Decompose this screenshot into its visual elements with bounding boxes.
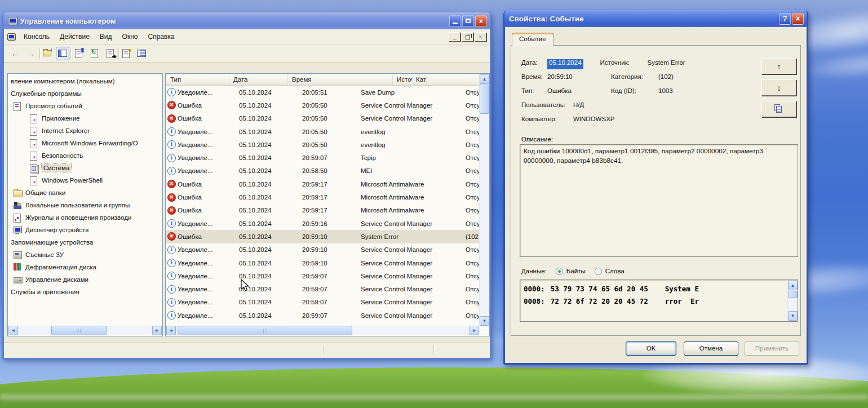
- tree-item[interactable]: Дефрагментация диска: [9, 261, 161, 273]
- previous-event-button[interactable]: ↑: [761, 58, 796, 74]
- column-header[interactable]: Кат: [412, 74, 427, 85]
- bytes-radio[interactable]: [556, 268, 563, 275]
- properties-icon[interactable]: ▮: [72, 47, 85, 60]
- hex-data-box[interactable]: 0000: 53 79 73 74 65 6d 20 45 System E 0…: [520, 280, 798, 322]
- back-icon[interactable]: ←: [8, 47, 22, 60]
- tree-item[interactable]: Internet Explorer: [9, 125, 161, 137]
- column-header[interactable]: Тип: [166, 74, 229, 85]
- scroll-right-icon[interactable]: ►: [152, 326, 162, 335]
- event-row[interactable]: Уведомле... 05.10.2024 20:05:50 eventlog…: [166, 125, 479, 138]
- up-level-icon[interactable]: ↑: [40, 47, 54, 60]
- mdi-minimize-button[interactable]: _: [449, 32, 460, 42]
- event-row[interactable]: Ошибка 05.10.2024 20:05:50 Service Contr…: [166, 112, 479, 125]
- scroll-right-icon[interactable]: ►: [470, 326, 479, 335]
- tree-item[interactable]: Управление дисками: [9, 273, 161, 286]
- words-radio-label[interactable]: Слова: [605, 268, 625, 274]
- hex-offset: 0008:: [524, 295, 545, 308]
- scroll-down-icon[interactable]: ▼: [788, 311, 798, 321]
- scrollbar-thumb[interactable]: [788, 291, 798, 298]
- tree-item[interactable]: Безопасность: [9, 149, 161, 162]
- event-time-cell: 20:59:07: [298, 273, 357, 280]
- cancel-button[interactable]: Отмена: [684, 342, 738, 356]
- window-titlebar[interactable]: Управление компьютером ×: [3, 12, 490, 29]
- scroll-up-icon[interactable]: ▲: [788, 281, 798, 290]
- tree-item[interactable]: Windows PowerShell: [9, 174, 161, 187]
- help-icon[interactable]: ?: [119, 47, 132, 60]
- scrollbar-thumb[interactable]: [178, 326, 352, 335]
- tree-item[interactable]: Система: [9, 162, 161, 174]
- tree-item[interactable]: Microsoft-Windows-Forwarding/O: [9, 137, 161, 149]
- menu-item[interactable]: Консоль: [19, 31, 55, 42]
- close-button[interactable]: ×: [475, 15, 487, 27]
- menu-item[interactable]: Окно: [117, 31, 143, 42]
- mdi-restore-button[interactable]: [462, 32, 473, 42]
- minimize-button[interactable]: [449, 15, 461, 27]
- tab-event[interactable]: Событие: [512, 33, 553, 46]
- tree-item[interactable]: Запоминающие устройства: [9, 236, 161, 249]
- mouse-cursor: [241, 279, 251, 292]
- event-row[interactable]: Ошибка 05.10.2024 20:59:17 Microsoft Ant…: [166, 204, 479, 217]
- tree-item[interactable]: Служебные программы: [9, 87, 161, 100]
- event-row[interactable]: Уведомле... 05.10.2024 20:05:51 Save Dum…: [166, 86, 479, 99]
- event-row[interactable]: Уведомле... 05.10.2024 20:58:50 MEI Отсу: [166, 165, 479, 178]
- tree-item[interactable]: Общие папки: [9, 187, 161, 199]
- tree-item[interactable]: Съемные ЗУ: [9, 249, 161, 261]
- event-row[interactable]: Уведомле... 05.10.2024 20:05:50 eventlog…: [166, 138, 479, 151]
- apply-button[interactable]: Применить: [745, 342, 799, 356]
- date-value[interactable]: 05.10.2024: [547, 59, 583, 69]
- scrollbar-thumb[interactable]: [51, 326, 107, 335]
- event-row[interactable]: Уведомле... 05.10.2024 20:59:07 Service …: [166, 282, 479, 295]
- column-header[interactable]: Время: [288, 74, 393, 85]
- event-type-cell: Ошибка: [166, 180, 235, 188]
- event-row[interactable]: Уведомле... 05.10.2024 20:59:10 Service …: [166, 243, 479, 256]
- tree-horizontal-scrollbar[interactable]: ◄ ►: [8, 326, 162, 335]
- event-row[interactable]: Ошибка 05.10.2024 20:59:10 System Error …: [166, 230, 479, 243]
- scroll-up-icon[interactable]: ▲: [480, 74, 489, 84]
- event-row[interactable]: Ошибка 05.10.2024 20:59:17 Microsoft Ant…: [166, 190, 479, 203]
- export-list-icon[interactable]: ➔: [103, 47, 117, 60]
- scroll-down-icon[interactable]: ▼: [480, 316, 489, 326]
- details-pane-icon[interactable]: [135, 47, 148, 60]
- scroll-left-icon[interactable]: ◄: [166, 326, 176, 335]
- column-header[interactable]: Дата: [229, 74, 288, 85]
- forward-icon[interactable]: →: [24, 47, 38, 60]
- tree-item[interactable]: Локальные пользователи и группы: [9, 199, 161, 211]
- tree-item[interactable]: Журналы и оповещения производи: [9, 211, 161, 224]
- help-button[interactable]: ?: [779, 13, 791, 25]
- tree-item[interactable]: Службы и приложения: [9, 286, 161, 298]
- tree-item[interactable]: Диспетчер устройств: [9, 224, 161, 236]
- show-tree-icon[interactable]: [56, 47, 69, 60]
- words-radio[interactable]: [595, 268, 602, 275]
- ok-button[interactable]: OK: [626, 342, 676, 356]
- hex-vertical-scrollbar[interactable]: ▲ ▼: [787, 281, 797, 321]
- scrollbar-thumb[interactable]: [480, 85, 489, 114]
- tree-item[interactable]: вление компьютером (локальным): [9, 75, 161, 87]
- event-row[interactable]: Ошибка 05.10.2024 20:05:50 Service Contr…: [166, 99, 479, 112]
- event-row[interactable]: Уведомле... 05.10.2024 20:59:07 Service …: [166, 309, 479, 322]
- dialog-titlebar[interactable]: Свойства: Событие ? ×: [504, 10, 807, 27]
- maximize-button[interactable]: [462, 15, 474, 27]
- list-vertical-scrollbar[interactable]: ▲ ▼: [479, 74, 489, 326]
- tree-item[interactable]: Приложение: [9, 112, 161, 125]
- description-box[interactable]: Код ошибки 100000d1, параметр1 0012f395,…: [520, 144, 798, 257]
- list-horizontal-scrollbar[interactable]: ◄ ►: [166, 326, 479, 335]
- refresh-icon[interactable]: ↻: [87, 47, 101, 60]
- mdi-close-button[interactable]: ×: [475, 32, 486, 42]
- menu-item[interactable]: Справка: [143, 31, 179, 42]
- menu-item[interactable]: Действие: [55, 31, 95, 42]
- event-row[interactable]: Уведомле... 05.10.2024 20:59:16 Service …: [166, 217, 479, 230]
- event-row[interactable]: Уведомле... 05.10.2024 20:59:07 Service …: [166, 296, 479, 309]
- tree-item[interactable]: Просмотр событий: [9, 100, 161, 112]
- menu-item[interactable]: Вид: [95, 31, 117, 42]
- bytes-radio-label[interactable]: Байты: [566, 268, 586, 274]
- event-row[interactable]: Уведомле... 05.10.2024 20:59:10 Service …: [166, 256, 479, 269]
- event-row[interactable]: Уведомле... 05.10.2024 20:59:07 Service …: [166, 269, 479, 282]
- tree-item-label: Локальные пользователи и группы: [25, 202, 130, 209]
- dialog-close-button[interactable]: ×: [792, 13, 804, 25]
- column-header[interactable]: Источник: [393, 74, 412, 85]
- copy-event-button[interactable]: [761, 101, 796, 117]
- event-row[interactable]: Ошибка 05.10.2024 20:59:17 Microsoft Ant…: [166, 178, 479, 190]
- scroll-left-icon[interactable]: ◄: [8, 326, 18, 335]
- event-row[interactable]: Уведомле... 05.10.2024 20:59:07 Tcpip От…: [166, 151, 479, 164]
- next-event-button[interactable]: ↓: [761, 79, 796, 96]
